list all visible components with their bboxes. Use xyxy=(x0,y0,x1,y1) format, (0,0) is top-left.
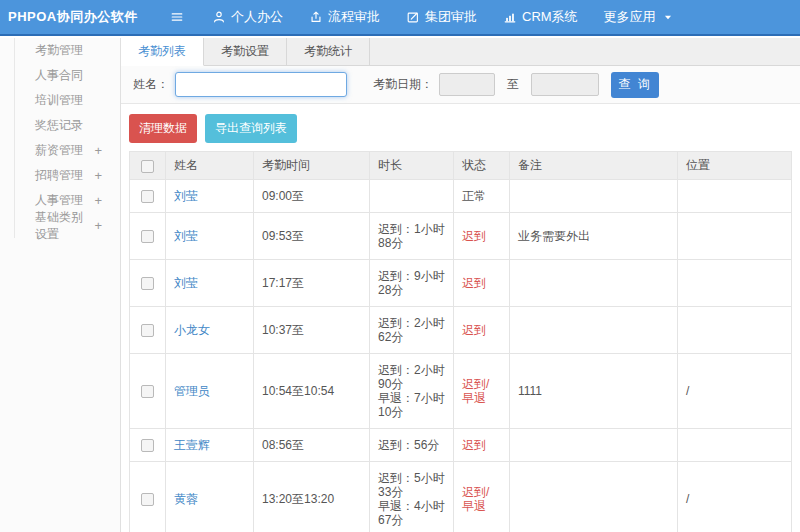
cell-duration xyxy=(370,180,454,213)
cell-name: 刘莹 xyxy=(166,260,254,307)
top-nav-item-3[interactable]: 集团审批 xyxy=(406,8,477,26)
cell-location xyxy=(678,429,792,462)
date-to-input[interactable] xyxy=(531,73,599,96)
row-checkbox-cell xyxy=(130,354,166,429)
table-body: 刘莹09:00至正常刘莹09:53至迟到：1小时88分迟到业务需要外出刘莹17:… xyxy=(130,180,792,532)
row-checkbox[interactable] xyxy=(141,493,154,506)
employee-name-link[interactable]: 刘莹 xyxy=(174,229,198,243)
cell-remark: 业务需要外出 xyxy=(510,213,678,260)
table-row: 黄蓉13:20至13:20迟到：5小时33分 早退：4小时67分迟到/早退/ xyxy=(130,462,792,532)
cell-remark: 1111 xyxy=(510,354,678,429)
cell-attendance-time: 08:56至 xyxy=(254,429,370,462)
row-checkbox[interactable] xyxy=(141,277,154,290)
cell-remark xyxy=(510,180,678,213)
cell-duration: 迟到：56分 xyxy=(370,429,454,462)
employee-name-link[interactable]: 黄蓉 xyxy=(174,492,198,506)
name-filter-input[interactable] xyxy=(175,72,347,97)
cell-name: 小龙女 xyxy=(166,307,254,354)
row-checkbox[interactable] xyxy=(141,230,154,243)
search-button[interactable]: 查 询 xyxy=(611,72,659,98)
expand-plus-icon: + xyxy=(94,193,102,208)
cell-location: / xyxy=(678,462,792,532)
row-checkbox-cell xyxy=(130,429,166,462)
name-filter-label: 姓名： xyxy=(133,76,169,93)
table-row: 王壹辉08:56至迟到：56分迟到 xyxy=(130,429,792,462)
date-filter-label: 考勤日期： xyxy=(373,76,433,93)
cell-location: / xyxy=(678,354,792,429)
top-nav-label: 个人办公 xyxy=(231,8,283,26)
cell-remark xyxy=(510,462,678,532)
row-checkbox-cell xyxy=(130,462,166,532)
top-nav-item-2[interactable]: 流程审批 xyxy=(309,8,380,26)
employee-name-link[interactable]: 刘莹 xyxy=(174,189,198,203)
row-checkbox-cell xyxy=(130,180,166,213)
sidebar-item-招聘管理[interactable]: 招聘管理+ xyxy=(15,163,120,188)
sidebar-item-薪资管理[interactable]: 薪资管理+ xyxy=(15,138,120,163)
cell-status: 迟到/早退 xyxy=(454,462,510,532)
main-content: 考勤列表考勤设置考勤统计 姓名： 考勤日期： 至 查 询 清理数据 导出查询列表… xyxy=(121,38,800,532)
sidebar-item-label: 薪资管理 xyxy=(35,142,83,159)
top-navbar: PHPOA协同办公软件 个人办公流程审批集团审批CRM系统更多应用 xyxy=(0,0,800,36)
cell-attendance-time: 13:20至13:20 xyxy=(254,462,370,532)
date-from-input[interactable] xyxy=(439,73,495,96)
row-checkbox[interactable] xyxy=(141,385,154,398)
tab-考勤列表[interactable]: 考勤列表 xyxy=(121,38,204,66)
table-header-row: 姓名考勤时间时长状态备注位置 xyxy=(130,152,792,180)
cell-remark xyxy=(510,429,678,462)
column-header-位置: 位置 xyxy=(678,152,792,180)
top-nav-item-1[interactable]: 个人办公 xyxy=(212,8,283,26)
sidebar-item-考勤管理[interactable]: 考勤管理 xyxy=(15,38,120,63)
top-nav-item-5[interactable]: 更多应用 xyxy=(604,8,675,26)
row-checkbox[interactable] xyxy=(141,439,154,452)
row-checkbox[interactable] xyxy=(141,324,154,337)
sidebar-item-label: 人事管理 xyxy=(35,192,83,209)
sidebar-item-label: 基础类别设置 xyxy=(35,209,94,243)
row-checkbox[interactable] xyxy=(141,190,154,203)
top-nav-item-4[interactable]: CRM系统 xyxy=(503,8,578,26)
cell-location xyxy=(678,307,792,354)
sidebar-item-人事合同[interactable]: 人事合同 xyxy=(15,63,120,88)
sidebar-item-培训管理[interactable]: 培训管理 xyxy=(15,88,120,113)
top-nav-label: 流程审批 xyxy=(328,8,380,26)
table-row: 小龙女10:37至迟到：2小时62分迟到 xyxy=(130,307,792,354)
employee-name-link[interactable]: 管理员 xyxy=(174,384,210,398)
hamburger-menu-icon[interactable] xyxy=(170,10,184,24)
sidebar-item-label: 培训管理 xyxy=(35,92,83,109)
cell-remark xyxy=(510,260,678,307)
sidebar-item-奖惩记录[interactable]: 奖惩记录 xyxy=(15,113,120,138)
cell-status: 迟到 xyxy=(454,260,510,307)
person-icon xyxy=(212,10,226,24)
tab-考勤统计[interactable]: 考勤统计 xyxy=(287,38,370,66)
sidebar-item-基础类别设置[interactable]: 基础类别设置+ xyxy=(15,213,120,238)
employee-name-link[interactable]: 王壹辉 xyxy=(174,438,210,452)
table-row: 刘莹17:17至迟到：9小时28分迟到 xyxy=(130,260,792,307)
app-logo: PHPOA协同办公软件 xyxy=(0,8,158,26)
select-all-checkbox[interactable] xyxy=(141,160,154,173)
cell-location xyxy=(678,213,792,260)
row-checkbox-cell xyxy=(130,260,166,307)
export-list-button[interactable]: 导出查询列表 xyxy=(205,114,297,143)
expand-plus-icon: + xyxy=(94,218,102,233)
cell-duration: 迟到：5小时33分 早退：4小时67分 xyxy=(370,462,454,532)
sidebar-item-label: 人事合同 xyxy=(35,67,83,84)
tab-考勤设置[interactable]: 考勤设置 xyxy=(204,38,287,66)
top-nav-label: CRM系统 xyxy=(522,8,578,26)
top-nav-label: 集团审批 xyxy=(425,8,477,26)
column-header-状态: 状态 xyxy=(454,152,510,180)
action-bar: 清理数据 导出查询列表 xyxy=(121,104,800,151)
cell-attendance-time: 10:37至 xyxy=(254,307,370,354)
employee-name-link[interactable]: 小龙女 xyxy=(174,323,210,337)
clear-data-button[interactable]: 清理数据 xyxy=(129,114,197,143)
top-nav: 个人办公流程审批集团审批CRM系统更多应用 xyxy=(212,8,701,26)
cell-name: 黄蓉 xyxy=(166,462,254,532)
column-header-姓名: 姓名 xyxy=(166,152,254,180)
employee-name-link[interactable]: 刘莹 xyxy=(174,276,198,290)
cell-status: 迟到/早退 xyxy=(454,354,510,429)
row-checkbox-cell xyxy=(130,213,166,260)
expand-plus-icon: + xyxy=(94,143,102,158)
column-header-考勤时间: 考勤时间 xyxy=(254,152,370,180)
cell-duration: 迟到：2小时90分 早退：7小时10分 xyxy=(370,354,454,429)
edit-icon xyxy=(406,10,420,24)
cell-attendance-time: 17:17至 xyxy=(254,260,370,307)
sidebar: 个人桌面个人办公+流程审批+集团审批+CRM系统+行政办公+人力资源−考勤管理人… xyxy=(0,38,121,532)
